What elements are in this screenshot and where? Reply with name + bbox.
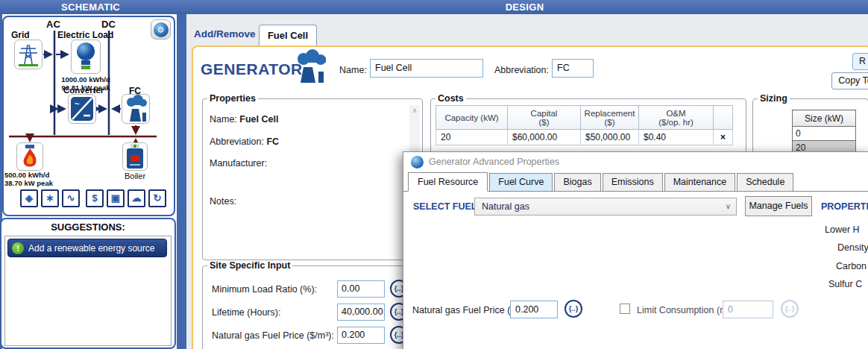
select-fuel-label: SELECT FUEL: [413,201,480,212]
sizing-legend: Sizing [758,93,790,104]
top-header-bar: SCHEMATIC DESIGN [0,0,868,14]
fuel-properties-heading: PROPERTIE [821,201,868,212]
limit-consumption-input[interactable]: 0 [723,301,773,318]
fuel-price-input[interactable]: 0.200 [337,327,385,344]
tab-fuel-resource[interactable]: Fuel Resource [408,172,488,192]
lifetime-input[interactable]: 40,000.00 [337,304,385,321]
fuel-cell-node[interactable] [122,94,150,124]
boiler-node[interactable] [122,142,148,171]
copy-to-button[interactable]: Copy To [831,72,868,89]
dialog-content: SELECT FUEL: Natural gas ∨ Manage Fuels … [403,191,868,349]
costs-header-replacement: Replacement ($) [581,106,639,130]
abbreviation-input[interactable]: FC [552,59,594,78]
site-specific-fieldset: Site Specific Input Minimum Load Ratio (… [202,260,408,349]
compass-icon[interactable]: ◈ [20,189,38,207]
converter-icon: ~ [69,95,95,123]
chevron-down-icon: ∨ [726,198,731,215]
costs-header-row: Capacity (kW) Capital ($) Replacement ($… [436,106,733,130]
costs-cell-om[interactable]: $0.40 [639,130,714,145]
costs-cell-capacity[interactable]: 20 [436,130,508,145]
tab-add-remove[interactable]: Add/Remove [194,28,256,40]
thermal-load-stats: 500.00 kWh/d 38.70 kW peak [4,171,53,187]
properties-notes: Notes: [210,196,236,207]
sulfur-label: Sulfur C [828,279,862,289]
costs-cell-capital[interactable]: $60,000.00 [508,130,581,145]
svg-text:~: ~ [75,99,80,108]
min-load-ratio-label: Minimum Load Ratio (%): [212,284,317,295]
limit-consumption-checkbox[interactable] [620,304,630,314]
refresh-icon[interactable]: ↻ [148,189,166,207]
costs-header-capacity: Capacity (kW) [436,106,508,130]
delete-row-icon[interactable]: × [714,130,733,145]
properties-abbreviation: Abbreviation: FC [210,136,279,147]
costs-legend: Costs [435,93,466,104]
fuel-select-dropdown[interactable]: Natural gas ∨ [474,198,737,216]
suggestion-alert-icon: ! [12,242,24,254]
costs-cell-replacement[interactable]: $50,000.00 [581,130,639,145]
remove-button[interactable]: R [852,53,868,70]
app-window: SCHEMATIC DESIGN ⚙ AC DC [0,0,868,349]
properties-legend: Properties [207,93,258,104]
suggestions-panel: SUGGESTIONS: ! Add a renewable energy so… [0,218,176,349]
thermal-load-node[interactable] [16,142,43,171]
converter-node[interactable]: ~ [68,94,96,124]
lower-heating-label: Lower H [825,224,860,235]
manage-fuels-button[interactable]: Manage Fuels [745,196,812,216]
site-specific-legend: Site Specific Input [207,260,292,271]
tab-biogas[interactable]: Biogas [554,173,600,192]
costs-header-om: O&M ($/op. hr) [639,106,714,130]
name-input[interactable]: Fuel Cell [370,59,483,78]
dialog-app-icon [411,156,424,169]
abbreviation-label: Abbreviation: [494,65,549,75]
power-plant-icon [122,95,149,123]
flame-icon [17,143,43,170]
dialog-title: Generator Advanced Properties [429,157,559,167]
economics-icon[interactable]: $ [86,189,104,207]
bulb-icon [72,40,100,73]
design-panel-title: DESIGN [181,0,868,14]
sizing-row[interactable]: 0 [793,127,856,141]
electric-load-node[interactable] [71,40,101,74]
trend-icon[interactable]: ∿ [62,189,80,207]
tab-maintenance[interactable]: Maintenance [664,173,736,192]
tab-emissions[interactable]: Emissions [603,173,663,192]
electric-load-node-label: Electric Load [57,30,113,40]
grid-tower-icon [15,40,42,69]
grid-node[interactable] [14,40,43,69]
min-load-ratio-input[interactable]: 0.00 [337,280,385,298]
costs-header-capital: Capital ($) [508,106,581,130]
suggestions-title: SUGGESTIONS: [1,221,174,233]
tab-schedule[interactable]: Schedule [737,173,793,192]
properties-fieldset: Properties Name: Fuel Cell Abbreviation:… [202,93,423,260]
panel-divider [177,14,186,349]
suggestions-list: ! Add a renewable energy source [4,236,172,346]
generator-plant-icon [290,49,330,84]
carbon-label: Carbon [836,261,867,271]
properties-manufacturer: Manufacturer: [210,158,267,169]
generator-heading: GENERATOR [201,60,303,78]
fuel-price-label: Natural gas Fuel Price ($/m³): [212,330,334,341]
dialog-fuel-price-input[interactable]: 0.200 [510,301,558,318]
cube-icon[interactable]: ▣ [107,189,125,207]
cloud-icon[interactable]: ☁ [128,189,145,207]
boiler-icon [123,143,147,170]
name-label: Name: [339,65,367,75]
costs-header-actions [714,106,733,130]
schematic-toolbar: ◈ ∗ ∿ $ ▣ ☁ ↻ [4,189,174,209]
scroll-up-icon[interactable]: ∧ [409,105,420,116]
dialog-titlebar[interactable]: Generator Advanced Properties [403,152,868,172]
dialog-tab-strip: Fuel Resource Fuel Curve Biogas Emission… [408,173,795,192]
lifetime-label: Lifetime (Hours): [212,307,280,318]
suggestion-item[interactable]: ! Add a renewable energy source [7,239,167,257]
dialog-fuel-price-expression-button[interactable]: {..} [564,300,582,318]
wind-icon[interactable]: ∗ [41,189,59,207]
sizing-table: Size (kW) 0 20 [792,110,856,155]
grid-node-label: Grid [11,30,30,40]
sizing-header: Size (kW) [793,110,856,127]
generator-advanced-properties-dialog: Generator Advanced Properties Fuel Resou… [403,151,868,349]
properties-name: Name: Fuel Cell [210,114,278,125]
limit-expression-button-disabled: {..} [781,300,799,318]
tab-fuel-curve[interactable]: Fuel Curve [489,173,553,192]
tab-fuel-cell[interactable]: Fuel Cell [259,25,317,45]
costs-table: Capacity (kW) Capital ($) Replacement ($… [435,105,733,145]
